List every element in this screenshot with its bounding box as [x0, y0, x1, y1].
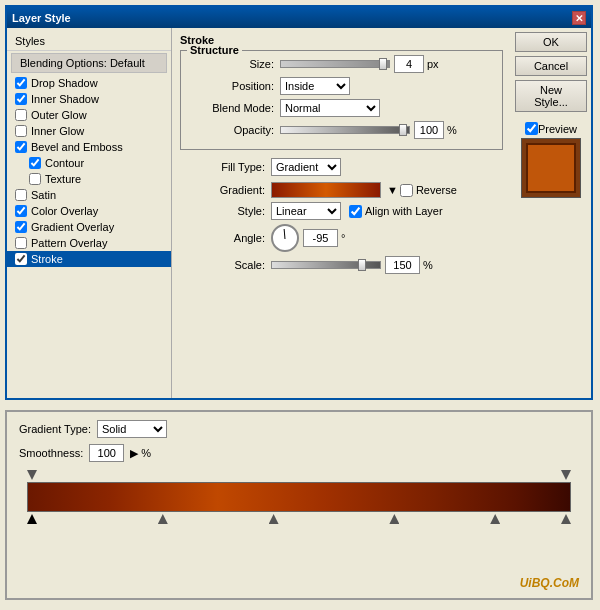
- fill-type-row: Fill Type: Color Gradient Pattern: [180, 158, 503, 176]
- color-stop-2[interactable]: [269, 514, 279, 524]
- position-row: Position: Inside Outside Center: [189, 77, 494, 95]
- scale-thumb[interactable]: [358, 259, 366, 271]
- title-bar: Layer Style ✕: [7, 8, 591, 28]
- align-layer-row: Align with Layer: [349, 205, 443, 218]
- style-row: Style: Linear Radial Angle Reflected Dia…: [180, 202, 503, 220]
- sidebar-item-drop-shadow[interactable]: Drop Shadow: [7, 75, 171, 91]
- fill-type-select[interactable]: Color Gradient Pattern: [271, 158, 341, 176]
- preview-label: Preview: [538, 123, 577, 135]
- drop-shadow-checkbox[interactable]: [15, 77, 27, 89]
- sidebar-item-inner-glow[interactable]: Inner Glow: [7, 123, 171, 139]
- sidebar-item-contour[interactable]: Contour: [7, 155, 171, 171]
- smoothness-input[interactable]: [89, 444, 124, 462]
- sidebar-item-bevel-emboss[interactable]: Bevel and Emboss: [7, 139, 171, 155]
- color-stop-0[interactable]: [27, 514, 37, 524]
- gradient-type-select[interactable]: Solid Noise: [97, 420, 167, 438]
- blend-mode-select[interactable]: Normal Multiply Screen: [280, 99, 380, 117]
- gradient-type-row: Gradient Type: Solid Noise: [19, 420, 579, 438]
- sidebar-item-stroke[interactable]: Stroke: [7, 251, 171, 267]
- buttons-panel: OK Cancel New Style... Preview: [511, 28, 591, 398]
- gradient-editor-body: Gradient Type: Solid Noise Smoothness: ▶…: [7, 412, 591, 532]
- gradient-bar[interactable]: [27, 482, 571, 512]
- opacity-label: Opacity:: [189, 124, 274, 136]
- color-stop-1[interactable]: [158, 514, 168, 524]
- preview-checkbox[interactable]: [525, 122, 538, 135]
- blend-options-item[interactable]: Blending Options: Default: [11, 53, 167, 73]
- sidebar-item-color-overlay[interactable]: Color Overlay: [7, 203, 171, 219]
- dialog-body: Styles Blending Options: Default Drop Sh…: [7, 28, 591, 398]
- size-thumb[interactable]: [379, 58, 387, 70]
- smoothness-row: Smoothness: ▶ %: [19, 444, 579, 462]
- texture-checkbox[interactable]: [29, 173, 41, 185]
- structure-group: Structure Size: px Position: Inside Outs…: [180, 50, 503, 150]
- bevel-emboss-checkbox[interactable]: [15, 141, 27, 153]
- opacity-stop-right[interactable]: [561, 470, 571, 480]
- gradient-bar-container: [27, 470, 571, 524]
- angle-unit: °: [341, 232, 345, 244]
- preview-section: Preview: [515, 122, 587, 198]
- chevron-down-icon[interactable]: ▼: [387, 184, 398, 196]
- opacity-thumb[interactable]: [399, 124, 407, 136]
- size-input[interactable]: [394, 55, 424, 73]
- size-row: Size: px: [189, 55, 494, 73]
- inner-glow-checkbox[interactable]: [15, 125, 27, 137]
- sidebar-item-pattern-overlay[interactable]: Pattern Overlay: [7, 235, 171, 251]
- ok-button[interactable]: OK: [515, 32, 587, 52]
- style-select[interactable]: Linear Radial Angle Reflected Diamond: [271, 202, 341, 220]
- dialog-title: Layer Style: [12, 12, 71, 24]
- opacity-slider[interactable]: [280, 126, 410, 134]
- new-style-button[interactable]: New Style...: [515, 80, 587, 112]
- inner-shadow-checkbox[interactable]: [15, 93, 27, 105]
- position-select[interactable]: Inside Outside Center: [280, 77, 350, 95]
- structure-legend: Structure: [187, 44, 242, 56]
- preview-image: [521, 138, 581, 198]
- gradient-overlay-checkbox[interactable]: [15, 221, 27, 233]
- style-label: Style:: [180, 205, 265, 217]
- gradient-label: Gradient:: [180, 184, 265, 196]
- opacity-stop-left[interactable]: [27, 470, 37, 480]
- scale-input[interactable]: [385, 256, 420, 274]
- color-stop-4[interactable]: [490, 514, 500, 524]
- reverse-label: Reverse: [416, 184, 457, 196]
- sidebar-item-inner-shadow[interactable]: Inner Shadow: [7, 91, 171, 107]
- scale-slider[interactable]: [271, 261, 381, 269]
- satin-checkbox[interactable]: [15, 189, 27, 201]
- reverse-checkbox[interactable]: [400, 184, 413, 197]
- color-stops: [27, 514, 571, 524]
- blend-mode-row: Blend Mode: Normal Multiply Screen: [189, 99, 494, 117]
- scale-row: Scale: %: [180, 256, 503, 274]
- opacity-input[interactable]: [414, 121, 444, 139]
- color-overlay-checkbox[interactable]: [15, 205, 27, 217]
- scale-unit: %: [423, 259, 433, 271]
- close-button[interactable]: ✕: [572, 11, 586, 25]
- contour-checkbox[interactable]: [29, 157, 41, 169]
- angle-input[interactable]: [303, 229, 338, 247]
- gradient-type-label: Gradient Type:: [19, 423, 91, 435]
- styles-header[interactable]: Styles: [7, 32, 171, 51]
- outer-glow-checkbox[interactable]: [15, 109, 27, 121]
- sidebar-item-gradient-overlay[interactable]: Gradient Overlay: [7, 219, 171, 235]
- stroke-checkbox[interactable]: [15, 253, 27, 265]
- color-stop-5[interactable]: [561, 514, 571, 524]
- sidebar-item-texture[interactable]: Texture: [7, 171, 171, 187]
- size-unit: px: [427, 58, 439, 70]
- size-slider[interactable]: [280, 60, 390, 68]
- angle-label: Angle:: [180, 232, 265, 244]
- preview-checkbox-row: Preview: [525, 122, 577, 135]
- align-layer-checkbox[interactable]: [349, 205, 362, 218]
- gradient-preview[interactable]: [271, 182, 381, 198]
- gradient-row: Gradient: ▼ Reverse: [180, 182, 503, 198]
- sidebar-item-outer-glow[interactable]: Outer Glow: [7, 107, 171, 123]
- sidebar-item-satin[interactable]: Satin: [7, 187, 171, 203]
- blend-mode-label: Blend Mode:: [189, 102, 274, 114]
- color-stop-3[interactable]: [389, 514, 399, 524]
- watermark: UiBQ.CoM: [520, 576, 579, 590]
- left-panel: Styles Blending Options: Default Drop Sh…: [7, 28, 172, 398]
- pattern-overlay-checkbox[interactable]: [15, 237, 27, 249]
- angle-dial[interactable]: [271, 224, 299, 252]
- smoothness-unit: %: [141, 447, 151, 459]
- cancel-button[interactable]: Cancel: [515, 56, 587, 76]
- smoothness-stepper[interactable]: ▶: [130, 447, 138, 460]
- angle-row: Angle: °: [180, 224, 503, 252]
- scale-label: Scale:: [180, 259, 265, 271]
